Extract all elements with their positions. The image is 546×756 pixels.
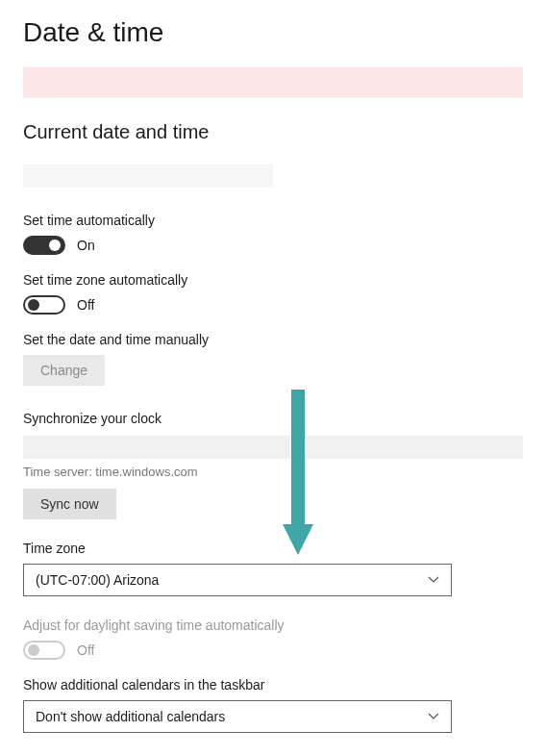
toggle-state-dst: Off [77, 643, 94, 658]
timezone-selected: (UTC-07:00) Arizona [36, 572, 159, 588]
toggle-set-time-auto[interactable] [23, 236, 65, 255]
timezone-dropdown[interactable]: (UTC-07:00) Arizona [23, 564, 452, 596]
toggle-state-set-time-auto: On [77, 238, 95, 253]
chevron-down-icon [428, 711, 439, 722]
redacted-sync-status [23, 436, 523, 459]
label-set-time-auto: Set time automatically [23, 213, 523, 228]
section-heading-current: Current date and time [23, 121, 523, 143]
redacted-bar [23, 67, 523, 98]
toggle-state-set-tz-auto: Off [77, 297, 94, 313]
sync-now-button[interactable]: Sync now [23, 489, 116, 519]
label-dst: Adjust for daylight saving time automati… [23, 617, 523, 633]
calendars-dropdown[interactable]: Don't show additional calendars [23, 700, 452, 733]
page-title: Date & time [23, 17, 523, 48]
chevron-down-icon [428, 574, 439, 586]
toggle-dst [23, 641, 65, 660]
label-timezone: Time zone [23, 541, 523, 556]
label-set-tz-auto: Set time zone automatically [23, 272, 523, 288]
label-calendars: Show additional calendars in the taskbar [23, 677, 523, 693]
label-set-manual: Set the date and time manually [23, 332, 523, 347]
change-button[interactable]: Change [23, 355, 105, 386]
label-sync-clock: Synchronize your clock [23, 411, 523, 426]
toggle-set-tz-auto[interactable] [23, 295, 65, 315]
label-time-server: Time server: time.windows.com [23, 465, 523, 479]
calendars-selected: Don't show additional calendars [36, 709, 225, 724]
redacted-datetime [23, 164, 273, 188]
